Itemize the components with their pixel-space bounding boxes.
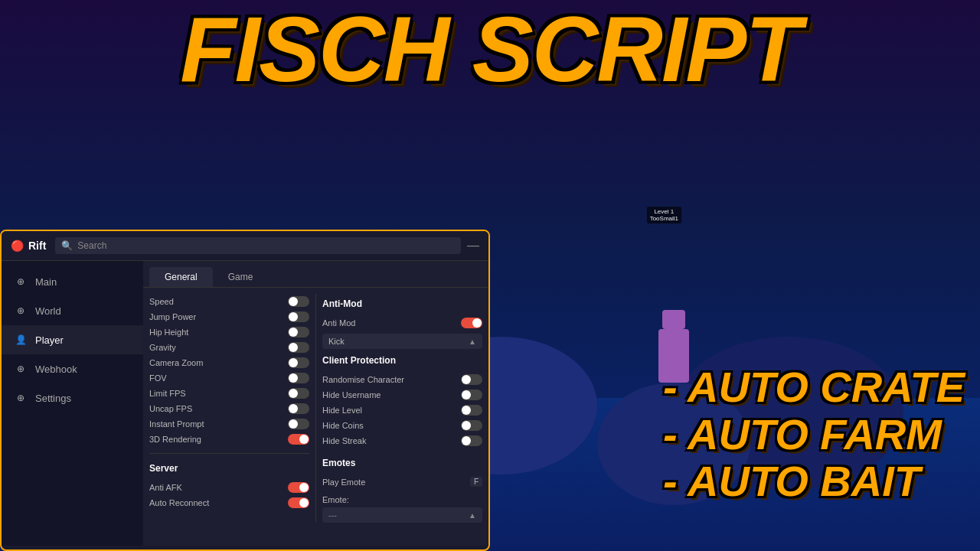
emote-value-text: --- [328, 510, 337, 520]
jump-power-toggle[interactable] [288, 311, 309, 322]
sidebar-settings-label: Settings [35, 393, 71, 404]
emote-play-row: Play Emote F [322, 474, 482, 489]
level-badge: Level 1 TooSmall1 [647, 207, 681, 223]
uncap-fps-label: Uncap FPS [149, 404, 192, 413]
speed-toggle[interactable] [288, 296, 309, 307]
setting-hide-level: Hide Level [322, 403, 482, 418]
sidebar-item-webhook[interactable]: ⊕ Webhook [2, 354, 143, 383]
player-icon: 👤 [14, 333, 28, 347]
tabs-bar: General Game [143, 261, 488, 288]
hide-username-label: Hide Username [322, 390, 381, 399]
play-emote-key: F [470, 477, 482, 487]
camera-zoom-toggle[interactable] [288, 357, 309, 368]
main-icon: ⊕ [14, 275, 28, 289]
anti-mod-dropdown-value: Kick [328, 337, 345, 346]
sidebar-world-label: World [35, 305, 61, 317]
hide-username-toggle[interactable] [461, 390, 482, 400]
setting-hide-coins: Hide Coins [322, 418, 482, 433]
dropdown-arrow-icon: ▲ [469, 337, 476, 346]
main-content: General Game Speed Jump Power [143, 261, 488, 546]
setting-jump-power: Jump Power [149, 309, 309, 324]
setting-auto-reconnect: Auto Reconnect [149, 495, 309, 510]
3d-rendering-toggle[interactable] [288, 434, 309, 445]
auto-reconnect-toggle[interactable] [288, 497, 309, 508]
emotes-section: Emotes Play Emote F Emote: --- ▲ [322, 448, 482, 523]
setting-camera-zoom: Camera Zoom [149, 355, 309, 370]
3d-rendering-label: 3D Rendering [149, 435, 201, 444]
instant-prompt-toggle[interactable] [288, 419, 309, 429]
tab-game[interactable]: Game [213, 267, 269, 287]
setting-hip-height: Hip Height [149, 324, 309, 340]
hide-coins-label: Hide Coins [322, 421, 364, 430]
jump-power-label: Jump Power [149, 312, 196, 321]
setting-limit-fps: Limit FPS [149, 386, 309, 401]
panel-header: 🔴 Rift 🔍 Search — [2, 231, 488, 261]
sidebar-item-world[interactable]: ⊕ World [2, 296, 143, 325]
instant-prompt-label: Instant Prompt [149, 419, 204, 429]
setting-anti-afk: Anti AFK [149, 480, 309, 495]
setting-hide-streak: Hide Streak [322, 433, 482, 448]
hide-coins-toggle[interactable] [461, 420, 482, 431]
client-protection-title: Client Protection [322, 355, 482, 366]
hide-level-label: Hide Level [322, 406, 362, 415]
emote-label-text: Emote: [322, 495, 349, 504]
sidebar: ⊕ Main ⊕ World 👤 Player ⊕ Webhook ⊕ Sett… [2, 261, 143, 546]
setting-speed: Speed [149, 294, 309, 309]
content-columns: Speed Jump Power Hip Height Gravity [143, 288, 488, 529]
sidebar-item-player[interactable]: 👤 Player [2, 325, 143, 354]
hide-streak-toggle[interactable] [461, 435, 482, 446]
setting-hide-username: Hide Username [322, 387, 482, 403]
emote-value-dropdown[interactable]: --- ▲ [322, 507, 482, 523]
emotes-title: Emotes [322, 458, 482, 468]
settings-icon: ⊕ [14, 391, 28, 405]
auto-reconnect-label: Auto Reconnect [149, 498, 209, 507]
limit-fps-label: Limit FPS [149, 389, 186, 398]
character-head [662, 310, 685, 329]
features-list: - AUTO CRATE - AUTO FARM - AUTO BAIT [663, 364, 965, 505]
ui-panel: 🔴 Rift 🔍 Search — ⊕ Main ⊕ World 👤 Playe… [0, 230, 490, 551]
limit-fps-toggle[interactable] [288, 388, 309, 399]
anti-afk-toggle[interactable] [288, 482, 309, 493]
sidebar-main-label: Main [35, 276, 57, 288]
hip-height-label: Hip Height [149, 328, 188, 337]
search-icon: 🔍 [61, 240, 73, 251]
feature-auto-farm: - AUTO FARM [663, 411, 965, 458]
setting-gravity: Gravity [149, 340, 309, 355]
hide-streak-label: Hide Streak [322, 436, 366, 445]
webhook-icon: ⊕ [14, 362, 28, 376]
fov-label: FOV [149, 373, 167, 383]
tab-general[interactable]: General [149, 267, 213, 287]
speed-label: Speed [149, 297, 174, 306]
world-icon: ⊕ [14, 304, 28, 318]
uncap-fps-toggle[interactable] [288, 403, 309, 414]
emote-label-row: Emote: [322, 492, 482, 506]
gravity-toggle[interactable] [288, 342, 309, 353]
hip-height-toggle[interactable] [288, 327, 309, 337]
sidebar-item-main[interactable]: ⊕ Main [2, 267, 143, 296]
main-title: FISCH SCRIPT [0, 8, 980, 90]
feature-auto-crate: - AUTO CRATE [663, 364, 965, 411]
search-bar[interactable]: 🔍 Search [55, 237, 461, 254]
anti-mod-toggle[interactable] [461, 318, 482, 328]
emote-dropdown-arrow-icon: ▲ [469, 511, 476, 520]
col-general: Speed Jump Power Hip Height Gravity [149, 294, 315, 523]
hide-level-toggle[interactable] [461, 405, 482, 416]
minimize-button[interactable]: — [467, 239, 479, 253]
anti-mod-title: Anti-Mod [322, 298, 482, 309]
fov-toggle[interactable] [288, 373, 309, 383]
anti-mod-label: Anti Mod [322, 318, 355, 328]
setting-anti-mod: Anti Mod [322, 315, 482, 331]
gravity-label: Gravity [149, 343, 176, 352]
anti-mod-dropdown[interactable]: Kick ▲ [322, 334, 482, 349]
server-section: Server Anti AFK Auto Reconnect [149, 453, 309, 510]
feature-auto-bait: - AUTO BAIT [663, 458, 965, 505]
sidebar-item-settings[interactable]: ⊕ Settings [2, 383, 143, 412]
panel-body: ⊕ Main ⊕ World 👤 Player ⊕ Webhook ⊕ Sett… [2, 261, 488, 546]
panel-title: Rift [28, 240, 46, 252]
search-placeholder: Search [77, 240, 106, 251]
sidebar-player-label: Player [35, 334, 64, 346]
randomise-char-toggle[interactable] [461, 374, 482, 385]
camera-zoom-label: Camera Zoom [149, 358, 203, 367]
sidebar-webhook-label: Webhook [35, 364, 77, 375]
panel-logo-icon: 🔴 [11, 240, 24, 252]
